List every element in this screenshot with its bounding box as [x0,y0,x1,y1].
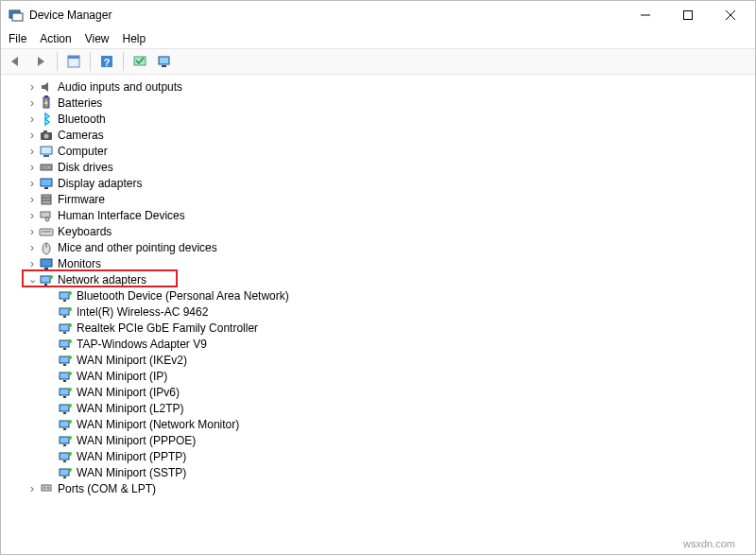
item-label: WAN Miniport (IP) [77,370,167,383]
svg-point-73 [68,468,72,472]
svg-rect-38 [60,292,69,299]
svg-rect-63 [63,428,66,430]
minimize-button[interactable] [624,2,666,28]
tree-item[interactable]: WAN Miniport (IKEv2) [7,352,755,368]
svg-rect-45 [63,332,66,334]
close-button[interactable] [709,2,751,28]
chevron-icon[interactable] [26,129,39,142]
svg-rect-74 [42,485,51,491]
svg-rect-34 [44,268,48,269]
chevron-icon[interactable] [26,161,39,174]
window-title: Device Manager [29,9,624,22]
category-label: Human Interface Devices [58,209,185,222]
tree-category[interactable]: Batteries [7,95,755,111]
svg-rect-1 [12,13,23,21]
chevron-icon[interactable] [26,241,39,254]
netadapter-icon [58,465,73,480]
firmware-icon [39,192,54,207]
tree-category[interactable]: Monitors [7,255,755,271]
back-button[interactable] [5,50,27,73]
monitor-icon [39,256,54,271]
category-label: Mice and other pointing devices [58,241,217,254]
scan-button[interactable] [129,50,151,73]
monitor-button[interactable] [153,50,176,73]
svg-rect-7 [68,56,79,59]
svg-point-70 [68,452,72,456]
menu-view[interactable]: View [85,32,110,45]
help-button[interactable]: ? [95,50,118,73]
category-label: Keyboards [58,225,112,238]
tree-item[interactable]: Intel(R) Wireless-AC 9462 [7,304,755,320]
tree-category[interactable]: Network adapters [7,271,755,287]
svg-rect-18 [41,147,52,154]
chevron-icon[interactable] [26,193,39,206]
item-label: WAN Miniport (IKEv2) [77,354,187,367]
netadapter-icon [58,304,73,320]
menubar: File Action View Help [1,29,755,48]
chevron-icon[interactable] [26,80,39,94]
chevron-icon[interactable] [26,177,39,190]
svg-rect-19 [43,155,49,157]
tree-category[interactable]: Firmware [7,191,755,207]
chevron-icon[interactable] [26,145,39,158]
menu-file[interactable]: File [9,32,26,45]
chevron-icon[interactable] [26,209,39,222]
netadapter-icon [58,337,73,352]
svg-rect-53 [60,373,69,379]
tree-item[interactable]: WAN Miniport (IPv6) [7,384,755,400]
tree-category[interactable]: Cameras [7,127,755,143]
svg-text:?: ? [104,57,111,68]
ports-icon [39,481,54,496]
toolbar: ? [1,48,755,75]
menu-action[interactable]: Action [40,32,71,45]
chevron-icon[interactable] [26,273,39,286]
window-controls [624,2,751,28]
chevron-icon[interactable] [26,257,39,270]
chevron-icon[interactable] [26,482,39,495]
category-label: Monitors [58,257,101,270]
svg-rect-35 [41,276,50,283]
chevron-icon[interactable] [26,113,39,126]
svg-rect-17 [43,130,47,132]
svg-rect-68 [60,453,69,460]
tree-item[interactable]: Realtek PCIe GbE Family Controller [7,320,755,336]
tree-category[interactable]: Human Interface Devices [7,207,755,223]
tree-item[interactable]: Bluetooth Device (Personal Area Network) [7,287,755,304]
tree-category[interactable]: Ports (COM & LPT) [7,480,755,496]
tree-item[interactable]: WAN Miniport (PPTP) [7,448,755,464]
forward-button[interactable] [29,50,52,73]
svg-rect-14 [44,95,48,97]
device-tree[interactable]: Audio inputs and outputsBatteriesBluetoo… [1,75,755,554]
tree-category[interactable]: Display adapters [7,175,755,191]
svg-rect-24 [42,195,51,204]
tree-category[interactable]: Mice and other pointing devices [7,239,755,255]
tree-category[interactable]: Audio inputs and outputs [7,78,755,95]
tree-category[interactable]: Bluetooth [7,111,755,127]
tree-category[interactable]: Disk drives [7,159,755,175]
category-label: Computer [58,145,108,158]
tree-item[interactable]: WAN Miniport (PPPOE) [7,432,755,448]
svg-point-67 [68,436,72,440]
svg-point-43 [68,307,72,311]
svg-rect-27 [41,212,50,217]
svg-rect-47 [60,340,69,347]
svg-rect-41 [60,308,69,315]
properties-button[interactable] [62,50,85,73]
chevron-icon[interactable] [26,225,39,238]
tree-item[interactable]: WAN Miniport (Network Monitor) [7,416,755,432]
chevron-icon[interactable] [26,96,39,110]
netadapter-icon [58,353,73,368]
tree-item[interactable]: WAN Miniport (IP) [7,368,755,384]
menu-help[interactable]: Help [123,32,146,45]
watermark: wsxdn.com [683,538,735,549]
netadapter-icon [58,369,73,384]
tree-item[interactable]: TAP-Windows Adapter V9 [7,336,755,352]
item-label: WAN Miniport (SSTP) [77,466,186,479]
maximize-button[interactable] [666,2,709,28]
svg-rect-72 [63,477,66,478]
tree-category[interactable]: Computer [7,143,755,159]
category-label: Disk drives [58,161,113,174]
tree-item[interactable]: WAN Miniport (L2TP) [7,400,755,416]
tree-item[interactable]: WAN Miniport (SSTP) [7,464,755,480]
tree-category[interactable]: Keyboards [7,223,755,239]
